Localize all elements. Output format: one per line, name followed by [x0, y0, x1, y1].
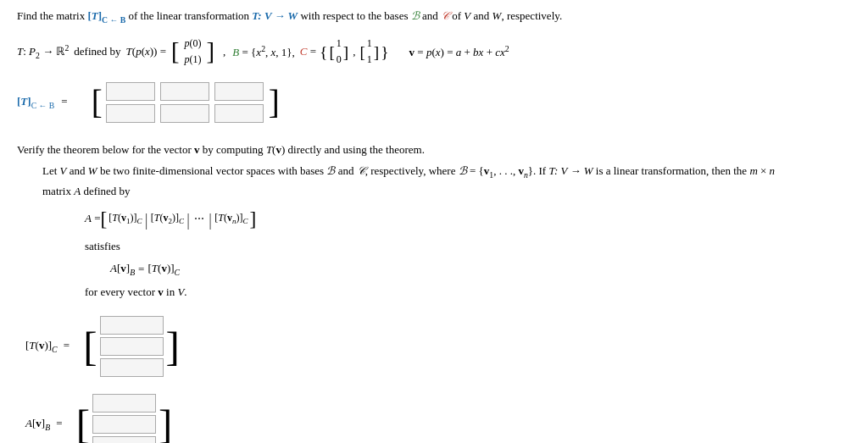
Av-matrix: [ ] — [76, 394, 173, 443]
Av-cell-1[interactable] — [92, 394, 156, 413]
Tv-cell-2[interactable] — [100, 337, 164, 356]
Tv-matrix: [ ] — [83, 316, 180, 377]
C-vector-2: [ 1 1 ] — [359, 36, 379, 68]
satisfies-text: satisfies — [85, 237, 851, 256]
left-bracket: [ — [171, 40, 180, 64]
Tv-cell-3[interactable] — [100, 358, 164, 377]
ellipsis: ⋯ — [194, 210, 204, 227]
cell-r2c3[interactable] — [214, 104, 264, 123]
pipe1: | — [145, 204, 148, 234]
A-equals: A = — [85, 209, 101, 228]
C-set-braces: { — [320, 44, 327, 61]
pipe2: | — [186, 204, 190, 234]
rbracket2: ] — [374, 44, 379, 60]
verify-section: Verify the theorem below for the vector … — [17, 143, 851, 443]
formula-left-bracket: [ — [101, 209, 108, 229]
main-left-bracket: [ — [92, 88, 103, 116]
T-of-p: T(p(x)) = — [126, 43, 166, 61]
equals-sign: = — [61, 93, 67, 111]
C-label: 𝒞 — [441, 9, 449, 22]
T-vn-term: [T(vn)]C — [214, 209, 248, 229]
answer-matrix-label: [T]C ← B — [17, 93, 54, 112]
for-every-text: for every vector v in V. — [85, 283, 851, 302]
answer-matrix-row: [T]C ← B = [ ] — [17, 82, 851, 123]
theorem-text-line2: matrix A defined by — [42, 182, 851, 201]
of-VC-text: of V and W, respectively. — [452, 9, 562, 22]
T-v2-term: [T(v2)]C — [151, 209, 184, 229]
lbracket: [ — [329, 44, 334, 60]
T-v-C: [T(v)]C — [147, 259, 180, 280]
A-v-B: A[v]B — [110, 259, 135, 280]
verify-instruction: Verify the theorem below for the vector … — [17, 143, 851, 157]
main-right-bracket: ] — [269, 88, 280, 116]
cell-r1c3[interactable] — [214, 82, 264, 101]
answer-cells-grid — [106, 82, 265, 123]
B-set: B = {x2, x, 1}, — [232, 42, 294, 62]
satisfies-formula: A[v]B = [T(v)]C — [110, 259, 851, 280]
cell-r1c1[interactable] — [106, 82, 155, 101]
Av-left-bracket: [ — [76, 406, 90, 443]
T-v1-term: [T(v1)]C — [108, 209, 142, 229]
and-text: and — [422, 9, 441, 22]
Av-cell-2[interactable] — [92, 415, 156, 434]
Av-right-bracket: ] — [159, 406, 172, 443]
Tv-left-bracket: [ — [83, 328, 97, 365]
Av-answer-row: A[v]B = [ ] — [25, 394, 851, 443]
T-map-label: T: V → W — [252, 9, 298, 22]
defined-by-text: defined by — [74, 43, 120, 61]
B-label: ℬ — [411, 9, 420, 22]
Tv-cells — [100, 316, 164, 377]
instruction-line: Find the matrix [T]C ← B of the linear t… — [17, 8, 851, 25]
eq-sign: = — [138, 260, 144, 279]
cell-r2c1[interactable] — [106, 104, 155, 123]
matrix-notation: [T]C ← B — [87, 9, 125, 22]
C-vector-1: [ 1 0 ] — [329, 36, 348, 68]
pipe3: | — [209, 204, 212, 234]
with-text: with respect to the bases — [300, 9, 410, 22]
Tv-cell-1[interactable] — [100, 316, 164, 335]
right-bracket: ] — [207, 40, 215, 64]
T-map: T: P2 → ℝ2 — [17, 42, 69, 63]
Tv-label: [T(v)]C = — [25, 339, 70, 354]
C-set-label: C = — [300, 43, 316, 61]
Av-cell-3[interactable] — [92, 436, 156, 443]
lbracket2: [ — [359, 44, 364, 60]
page-container: Find the matrix [T]C ← B of the linear t… — [17, 8, 851, 443]
definition-line: T: P2 → ℝ2 defined by T(p(x)) = [ p(0) p… — [17, 36, 851, 68]
find-text: Find the matrix — [17, 9, 87, 22]
formula-right-bracket: ] — [249, 209, 256, 229]
Av-cells — [92, 394, 156, 443]
formula-A-line: A = [ [T(v1)]C | [T(v2)]C | ⋯ | [T(vn)]C… — [85, 204, 851, 234]
T-definition-vector: [ p(0) p(1) ] — [171, 36, 214, 68]
v-definition: v = p(x) = a + bx + cx2 — [409, 42, 509, 62]
theorem-text-line1: Let V and W be two finite-dimensional ve… — [42, 162, 851, 182]
Tv-right-bracket: ] — [166, 328, 180, 365]
rbracket: ] — [343, 44, 348, 60]
Av-label: A[v]B = — [25, 417, 63, 432]
cell-r1c2[interactable] — [160, 82, 209, 101]
answer-matrix: [ ] — [92, 82, 280, 123]
cell-r2c2[interactable] — [160, 104, 209, 123]
of-text: of the linear transformation — [128, 9, 252, 22]
theorem-block: Let V and W be two finite-dimensional ve… — [42, 162, 851, 302]
Tv-answer-row: [T(v)]C = [ ] — [25, 316, 851, 377]
